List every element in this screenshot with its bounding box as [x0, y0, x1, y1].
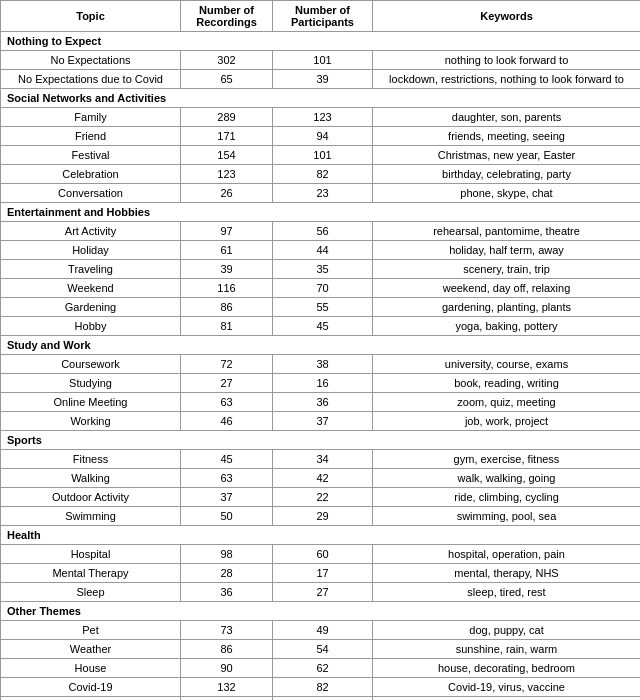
cell-topic: Friend — [1, 127, 181, 146]
cell-topic: Coursework — [1, 355, 181, 374]
cell-topic: Sleep — [1, 583, 181, 602]
cell-keywords: zoom, quiz, meeting — [373, 393, 641, 412]
cell-recordings: 36 — [181, 583, 273, 602]
cell-recordings: 27 — [181, 374, 273, 393]
cell-keywords: lockdown, restrictions, nothing to look … — [373, 70, 641, 89]
cell-participants: 38 — [273, 355, 373, 374]
cell-topic: Studying — [1, 374, 181, 393]
cell-participants: 60 — [273, 545, 373, 564]
table-row: Hospital9860hospital, operation, pain — [1, 545, 641, 564]
cell-participants: 123 — [273, 108, 373, 127]
table-row: Fitness4534gym, exercise, fitness — [1, 450, 641, 469]
cell-topic: Conversation — [1, 184, 181, 203]
cell-participants: 56 — [273, 222, 373, 241]
section-header-row: Social Networks and Activities — [1, 89, 641, 108]
cell-topic: Gardening — [1, 298, 181, 317]
cell-keywords: book, reading, writing — [373, 374, 641, 393]
cell-recordings: 132 — [181, 678, 273, 697]
cell-participants: 35 — [273, 260, 373, 279]
section-header-row: Other Themes — [1, 602, 641, 621]
table-row: Friend17194friends, meeting, seeing — [1, 127, 641, 146]
cell-recordings: 86 — [181, 640, 273, 659]
section-title: Entertainment and Hobbies — [1, 203, 641, 222]
cell-recordings: 61 — [181, 241, 273, 260]
cell-keywords: sleep, tired, rest — [373, 583, 641, 602]
table-row: No Expectations due to Covid6539lockdown… — [1, 70, 641, 89]
cell-topic: No Expectations due to Covid — [1, 70, 181, 89]
cell-keywords: mental, therapy, NHS — [373, 564, 641, 583]
section-title: Other Themes — [1, 602, 641, 621]
cell-topic: Mental Therapy — [1, 564, 181, 583]
table-row: Walking6342walk, walking, going — [1, 469, 641, 488]
cell-topic: Haircut — [1, 697, 181, 701]
table-row: Mental Therapy2817mental, therapy, NHS — [1, 564, 641, 583]
cell-participants: 70 — [273, 279, 373, 298]
cell-recordings: 90 — [181, 659, 273, 678]
cell-recordings: 302 — [181, 51, 273, 70]
cell-topic: Outdoor Activity — [1, 488, 181, 507]
section-title: Social Networks and Activities — [1, 89, 641, 108]
table-row: Traveling3935scenery, train, trip — [1, 260, 641, 279]
cell-recordings: 26 — [181, 184, 273, 203]
cell-recordings: 97 — [181, 222, 273, 241]
cell-topic: Walking — [1, 469, 181, 488]
section-title: Sports — [1, 431, 641, 450]
cell-recordings: 50 — [181, 507, 273, 526]
table-row: Swimming5029swimming, pool, sea — [1, 507, 641, 526]
cell-participants: 44 — [273, 241, 373, 260]
header-keywords: Keywords — [373, 1, 641, 32]
cell-keywords: phone, skype, chat — [373, 184, 641, 203]
cell-participants: 62 — [273, 659, 373, 678]
cell-keywords: yoga, baking, pottery — [373, 317, 641, 336]
cell-participants: 42 — [273, 469, 373, 488]
cell-keywords: dog, puppy, cat — [373, 621, 641, 640]
cell-topic: House — [1, 659, 181, 678]
table-row: Online Meeting6336zoom, quiz, meeting — [1, 393, 641, 412]
cell-participants: 54 — [273, 640, 373, 659]
cell-keywords: friends, meeting, seeing — [373, 127, 641, 146]
cell-keywords: haircut, hair, cut — [373, 697, 641, 701]
cell-participants: 82 — [273, 678, 373, 697]
section-header-row: Study and Work — [1, 336, 641, 355]
cell-recordings: 171 — [181, 127, 273, 146]
table-row: Family289123daughter, son, parents — [1, 108, 641, 127]
cell-keywords: gym, exercise, fitness — [373, 450, 641, 469]
cell-topic: Covid-19 — [1, 678, 181, 697]
section-title: Nothing to Expect — [1, 32, 641, 51]
table-row: Conversation2623phone, skype, chat — [1, 184, 641, 203]
cell-topic: Hospital — [1, 545, 181, 564]
cell-recordings: 46 — [181, 412, 273, 431]
cell-topic: Hobby — [1, 317, 181, 336]
cell-participants: 21 — [273, 697, 373, 701]
cell-keywords: house, decorating, bedroom — [373, 659, 641, 678]
table-row: Coursework7238university, course, exams — [1, 355, 641, 374]
cell-keywords: weekend, day off, relaxing — [373, 279, 641, 298]
cell-recordings: 98 — [181, 545, 273, 564]
cell-recordings: 116 — [181, 279, 273, 298]
cell-recordings: 289 — [181, 108, 273, 127]
table-row: Working4637job, work, project — [1, 412, 641, 431]
cell-recordings: 86 — [181, 298, 273, 317]
table-row: Sleep3627sleep, tired, rest — [1, 583, 641, 602]
cell-participants: 27 — [273, 583, 373, 602]
cell-keywords: birthday, celebrating, party — [373, 165, 641, 184]
cell-keywords: Covid-19, virus, vaccine — [373, 678, 641, 697]
cell-recordings: 45 — [181, 450, 273, 469]
section-title: Health — [1, 526, 641, 545]
cell-keywords: ride, climbing, cycling — [373, 488, 641, 507]
header-participants: Number of Participants — [273, 1, 373, 32]
table-row: Festival154101Christmas, new year, Easte… — [1, 146, 641, 165]
cell-topic: Holiday — [1, 241, 181, 260]
cell-keywords: Christmas, new year, Easter — [373, 146, 641, 165]
cell-recordings: 23 — [181, 697, 273, 701]
cell-participants: 82 — [273, 165, 373, 184]
cell-topic: Art Activity — [1, 222, 181, 241]
table-row: Celebration12382birthday, celebrating, p… — [1, 165, 641, 184]
table-row: No Expectations302101nothing to look for… — [1, 51, 641, 70]
cell-participants: 55 — [273, 298, 373, 317]
table-row: Studying2716book, reading, writing — [1, 374, 641, 393]
cell-keywords: job, work, project — [373, 412, 641, 431]
table-row: Hobby8145yoga, baking, pottery — [1, 317, 641, 336]
cell-keywords: walk, walking, going — [373, 469, 641, 488]
cell-recordings: 63 — [181, 469, 273, 488]
